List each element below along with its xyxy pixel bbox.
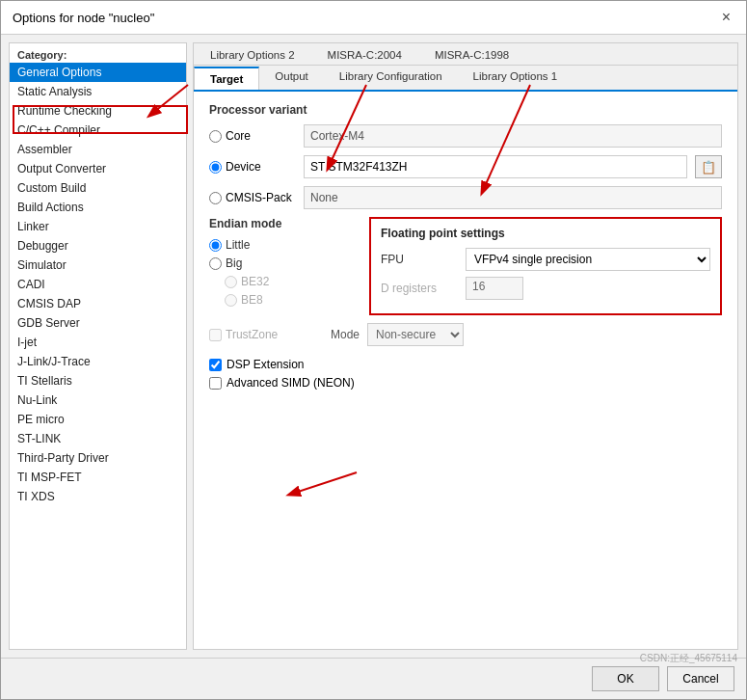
category-item-assembler[interactable]: Assembler [10, 140, 186, 159]
endian-little-radio[interactable] [209, 239, 222, 252]
core-input [304, 124, 722, 148]
category-item-custom-build[interactable]: Custom Build [10, 178, 186, 198]
category-item-build-actions[interactable]: Build Actions [10, 198, 186, 217]
category-item-gdb-server[interactable]: GDB Server [10, 313, 186, 333]
d-registers-row: D registers 16 [381, 277, 710, 300]
core-radio[interactable] [209, 130, 222, 143]
endian-be8-radio[interactable] [225, 294, 237, 307]
right-panel: Library Options 2 MISRA-C:2004 MISRA-C:1… [193, 42, 738, 650]
endian-be8-row: BE8 [225, 293, 354, 307]
tab-target[interactable]: Target [194, 67, 259, 90]
device-label: Device [226, 160, 261, 174]
endian-be32-radio[interactable] [225, 276, 237, 288]
endian-be32-label: BE32 [241, 275, 269, 288]
endian-big-row: Big [209, 256, 354, 270]
category-item-ti-xds[interactable]: TI XDS [10, 487, 186, 506]
device-radio[interactable] [209, 161, 222, 174]
dialog-body: Category: General OptionsStatic Analysis… [1, 35, 746, 658]
device-radio-label[interactable]: Device [209, 160, 296, 174]
dialog-title: Options for node "nucleo" [13, 11, 154, 25]
simd-checkbox[interactable] [209, 377, 222, 390]
simd-label: Advanced SIMD (NEON) [227, 376, 355, 390]
category-item-cmsis-dap[interactable]: CMSIS DAP [10, 294, 186, 313]
trustzone-mode-select[interactable]: Non-secureSecureTrustZone [367, 323, 464, 346]
tab-lib-options-1[interactable]: Library Options 1 [458, 66, 574, 90]
category-item-general-options[interactable]: General Options [10, 63, 186, 82]
tab-output[interactable]: Output [259, 66, 324, 90]
endian-big-label: Big [226, 256, 242, 270]
device-row: Device 📋 [209, 155, 722, 178]
category-item-runtime-checking[interactable]: Runtime Checking [10, 101, 186, 121]
endian-title: Endian mode [209, 217, 354, 230]
category-label: Category: [10, 43, 186, 63]
category-item-cpp-compiler[interactable]: C/C++ Compiler [10, 121, 186, 140]
title-bar: Options for node "nucleo" × [1, 1, 746, 35]
close-button[interactable]: × [718, 9, 734, 26]
dsp-checkbox[interactable] [209, 359, 222, 371]
category-item-nu-link[interactable]: Nu-Link [10, 390, 186, 410]
dsp-row: DSP Extension [209, 358, 722, 371]
core-label: Core [226, 129, 251, 143]
category-item-i-jet[interactable]: I-jet [10, 333, 186, 352]
trustzone-label: TrustZone [226, 328, 278, 341]
core-row: Core [209, 124, 722, 148]
content-area: Processor variant Core Device [194, 92, 737, 649]
endian-fp-section: Endian mode Little Big BE32 [209, 217, 722, 315]
dialog-footer: OK Cancel [1, 658, 746, 699]
category-item-third-party-driver[interactable]: Third-Party Driver [10, 448, 186, 468]
category-item-st-link[interactable]: ST-LINK [10, 429, 186, 448]
device-input[interactable] [304, 155, 687, 178]
browse-button[interactable]: 📋 [695, 155, 722, 178]
tab-misra-1998[interactable]: MISRA-C:1998 [418, 43, 525, 66]
trustzone-row: TrustZone Mode Non-secureSecureTrustZone [209, 323, 722, 346]
check-section: DSP Extension Advanced SIMD (NEON) [209, 358, 722, 390]
category-item-simulator[interactable]: Simulator [10, 256, 186, 275]
category-item-jlink-jtrace[interactable]: J-Link/J-Trace [10, 352, 186, 371]
floating-point-section: Floating point settings FPU VFPv4 single… [369, 217, 722, 315]
trustzone-checkbox-wrapper: TrustZone [209, 328, 315, 341]
tab-lib-configuration[interactable]: Library Configuration [324, 66, 458, 90]
tabs-row2: Target Output Library Configuration Libr… [194, 66, 737, 92]
simd-row: Advanced SIMD (NEON) [209, 376, 722, 390]
endian-big-radio[interactable] [209, 257, 222, 270]
tabs-row1: Library Options 2 MISRA-C:2004 MISRA-C:1… [194, 43, 737, 66]
tab-misra-2004[interactable]: MISRA-C:2004 [311, 43, 418, 66]
category-item-ti-msp-fet[interactable]: TI MSP-FET [10, 468, 186, 487]
options-dialog: Options for node "nucleo" × Category: Ge… [0, 0, 747, 700]
cmsis-label: CMSIS-Pack [226, 191, 292, 204]
category-list: General OptionsStatic AnalysisRuntime Ch… [10, 63, 186, 649]
endian-little-row: Little [209, 238, 354, 252]
dsp-label: DSP Extension [227, 358, 305, 371]
category-item-linker[interactable]: Linker [10, 217, 186, 236]
category-item-pe-micro[interactable]: PE micro [10, 410, 186, 429]
category-item-debugger[interactable]: Debugger [10, 236, 186, 256]
d-registers-label: D registers [381, 282, 458, 295]
processor-variant-title: Processor variant [209, 103, 722, 117]
ok-button[interactable]: OK [592, 666, 659, 691]
category-item-ti-stellaris[interactable]: TI Stellaris [10, 371, 186, 390]
fpu-row: FPU VFPv4 single precisionNoneVFPv4 doub… [381, 248, 710, 271]
watermark: CSDN:正经_45675114 [640, 652, 737, 665]
cmsis-radio[interactable] [209, 192, 222, 204]
category-item-cadi[interactable]: CADI [10, 275, 186, 294]
left-panel: Category: General OptionsStatic Analysis… [9, 42, 187, 650]
category-item-output-converter[interactable]: Output Converter [10, 159, 186, 178]
cmsis-radio-label[interactable]: CMSIS-Pack [209, 191, 296, 204]
cmsis-row: CMSIS-Pack [209, 186, 722, 209]
category-item-static-analysis[interactable]: Static Analysis [10, 82, 186, 101]
mode-label: Mode [331, 328, 360, 341]
tab-lib-options-2[interactable]: Library Options 2 [194, 43, 311, 66]
endian-be32-row: BE32 [225, 275, 354, 288]
endian-little-label: Little [226, 238, 250, 252]
endian-section: Endian mode Little Big BE32 [209, 217, 354, 315]
d-registers-value: 16 [466, 277, 523, 300]
core-radio-label[interactable]: Core [209, 129, 296, 143]
fpu-select[interactable]: VFPv4 single precisionNoneVFPv4 double p… [466, 248, 710, 271]
cmsis-input [304, 186, 722, 209]
trustzone-checkbox[interactable] [209, 329, 222, 341]
fp-title: Floating point settings [381, 227, 710, 240]
cancel-button[interactable]: Cancel [667, 666, 734, 691]
endian-be8-label: BE8 [241, 293, 263, 307]
fpu-label: FPU [381, 253, 458, 266]
